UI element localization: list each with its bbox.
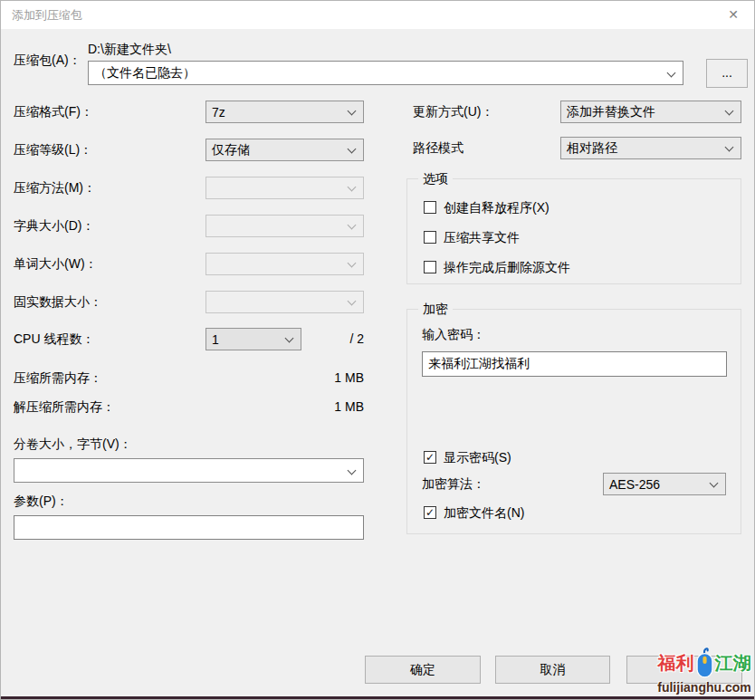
- encryption-method-select[interactable]: AES-256: [603, 473, 726, 495]
- chevron-down-icon: [348, 259, 357, 268]
- window-title: 添加到压缩包: [12, 1, 82, 29]
- chevron-down-icon: [725, 107, 734, 116]
- word-size-label: 单词大小(W)：: [14, 253, 98, 275]
- background-strip: [1, 696, 754, 699]
- parameters-input[interactable]: [14, 515, 364, 540]
- titlebar: 添加到压缩包 ✕: [1, 1, 754, 29]
- checkbox-box: [424, 231, 436, 244]
- checkbox-encrypt-filenames[interactable]: ✓ 加密文件名(N): [424, 504, 524, 521]
- checkbox-label: 操作完成后删除源文件: [444, 259, 570, 275]
- memory-decompress-value: 1 MB: [272, 396, 364, 418]
- encryption-group-title: 加密: [418, 302, 453, 317]
- ok-button[interactable]: 确定: [365, 656, 481, 684]
- path-mode-value: 相对路径: [567, 140, 617, 157]
- add-to-archive-dialog: 添加到压缩包 ✕ 压缩包(A)： D:\新建文件夹\ （文件名已隐去） ... …: [0, 0, 755, 700]
- checkbox-shared-files[interactable]: 压缩共享文件: [424, 229, 520, 245]
- checkbox-box: ✓: [424, 506, 436, 519]
- checkbox-delete-after[interactable]: 操作完成后删除源文件: [424, 259, 570, 275]
- checkbox-label: 显示密码(S): [444, 449, 511, 465]
- archive-name-value: （文件名已隐去）: [94, 65, 196, 82]
- update-mode-value: 添加并替换文件: [567, 104, 655, 120]
- word-size-select: [205, 253, 364, 275]
- chevron-down-icon: [667, 69, 676, 78]
- checkbox-box: ✓: [424, 451, 436, 464]
- options-group-title: 选项: [418, 171, 453, 187]
- method-label: 压缩方法(M)：: [14, 177, 96, 199]
- watermark-logo-row: 福利 江湖: [653, 645, 755, 681]
- encryption-method-label: 加密算法：: [422, 473, 485, 495]
- chevron-down-icon: [348, 466, 357, 475]
- volume-size-combobox[interactable]: [14, 458, 364, 483]
- chevron-down-icon: [348, 145, 357, 154]
- checkbox-label: 创建自释放程序(X): [444, 199, 550, 216]
- dictionary-select: [205, 215, 364, 237]
- chevron-down-icon: [725, 143, 734, 152]
- level-label: 压缩等级(L)：: [14, 139, 92, 161]
- memory-compress-value: 1 MB: [272, 367, 364, 389]
- watermark-text-right: 江湖: [715, 645, 751, 681]
- cpu-threads-value: 1: [212, 332, 219, 347]
- solid-block-label: 固实数据大小：: [14, 291, 102, 313]
- memory-compress-label: 压缩所需内存：: [14, 367, 102, 389]
- mouse-icon: [695, 646, 714, 678]
- cpu-threads-max: / 2: [300, 328, 364, 350]
- browse-button[interactable]: ...: [706, 59, 748, 88]
- close-button[interactable]: ✕: [712, 1, 754, 29]
- cpu-threads-select[interactable]: 1: [205, 328, 301, 350]
- cancel-button[interactable]: 取消: [495, 656, 610, 684]
- volume-size-label: 分卷大小，字节(V)：: [14, 433, 132, 455]
- checkbox-label: 加密文件名(N): [444, 504, 524, 521]
- checkbox-box: [424, 201, 436, 214]
- parameters-label: 参数(P)：: [14, 490, 69, 513]
- archive-name-combobox[interactable]: （文件名已隐去）: [88, 61, 683, 85]
- update-mode-select[interactable]: 添加并替换文件: [560, 101, 741, 123]
- checkbox-box: [424, 261, 436, 273]
- solid-block-select: [205, 291, 364, 313]
- path-mode-select[interactable]: 相对路径: [560, 137, 741, 159]
- watermark-domain: fulijianghu.com: [653, 681, 755, 695]
- chevron-down-icon: [348, 183, 357, 192]
- method-select: [205, 177, 364, 199]
- checkbox-label: 压缩共享文件: [444, 229, 520, 245]
- chevron-down-icon: [710, 479, 719, 488]
- fulijianghu-watermark: 福利 江湖 fulijianghu.com: [653, 645, 755, 695]
- level-select[interactable]: 仅存储: [205, 139, 364, 161]
- format-value: 7z: [212, 105, 225, 120]
- password-label: 输入密码：: [422, 323, 485, 346]
- cpu-threads-label: CPU 线程数：: [14, 328, 94, 350]
- dictionary-label: 字典大小(D)：: [14, 215, 94, 237]
- archive-dir-path: D:\新建文件夹\: [88, 41, 171, 57]
- level-value: 仅存储: [212, 142, 250, 158]
- checkbox-create-sfx[interactable]: 创建自释放程序(X): [424, 199, 550, 216]
- archive-label: 压缩包(A)：: [14, 49, 81, 72]
- format-label: 压缩格式(F)：: [14, 101, 93, 123]
- path-mode-label: 路径模式: [413, 137, 464, 159]
- chevron-down-icon: [348, 297, 357, 306]
- checkbox-mark: ✓: [425, 507, 435, 518]
- chevron-down-icon: [348, 221, 357, 230]
- encryption-method-value: AES-256: [609, 477, 660, 492]
- format-select[interactable]: 7z: [205, 101, 364, 123]
- checkbox-mark: ✓: [425, 452, 435, 463]
- chevron-down-icon: [285, 334, 294, 343]
- memory-decompress-label: 解压缩所需内存：: [14, 396, 115, 418]
- watermark-text-left: 福利: [658, 645, 694, 681]
- checkbox-show-password[interactable]: ✓ 显示密码(S): [424, 449, 511, 465]
- update-mode-label: 更新方式(U)：: [413, 101, 493, 123]
- chevron-down-icon: [348, 107, 357, 116]
- password-input[interactable]: [422, 351, 727, 377]
